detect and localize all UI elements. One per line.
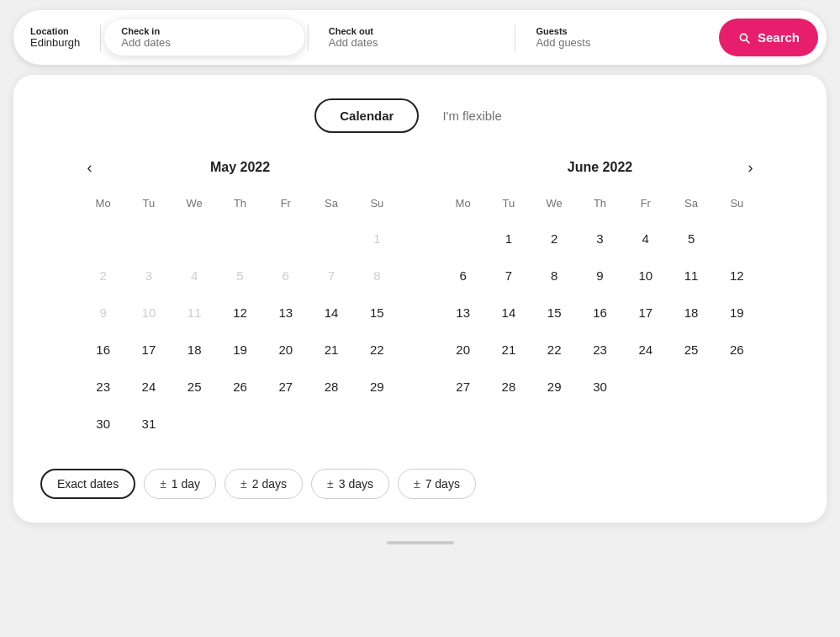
table-row[interactable]: 11	[668, 257, 714, 294]
guests-label: Guests	[536, 26, 702, 36]
table-row	[309, 220, 354, 257]
date-filters: Exact dates ± 1 day ± 2 days ± 3 days ± …	[40, 469, 800, 499]
table-row[interactable]: 27	[441, 368, 486, 405]
table-row[interactable]: 2	[531, 220, 577, 257]
checkout-placeholder: Add dates	[329, 36, 495, 49]
table-row[interactable]: 10	[623, 257, 668, 294]
table-row[interactable]: 25	[172, 368, 217, 405]
june-grid: Mo Tu We Th Fr Sa Su 1234567891011121314…	[441, 192, 760, 405]
table-row[interactable]: 19	[217, 331, 262, 368]
table-row[interactable]: 21	[309, 331, 354, 368]
table-row[interactable]: 27	[263, 368, 309, 405]
table-row[interactable]: 22	[354, 331, 399, 368]
filter-2days-prefix: ±	[240, 477, 247, 491]
table-row[interactable]: 31	[126, 405, 172, 442]
table-row[interactable]: 24	[623, 331, 668, 368]
table-row[interactable]: 30	[577, 368, 622, 405]
table-row[interactable]: 1	[486, 220, 531, 257]
table-row[interactable]: 26	[217, 368, 262, 405]
table-row[interactable]: 13	[441, 294, 486, 331]
table-row[interactable]: 28	[309, 368, 354, 405]
table-row[interactable]: 14	[309, 294, 354, 331]
table-row[interactable]: 29	[531, 368, 577, 405]
table-row	[354, 405, 399, 442]
table-row[interactable]: 17	[126, 331, 172, 368]
filter-exact[interactable]: Exact dates	[40, 469, 135, 499]
table-row[interactable]: 8	[531, 257, 577, 294]
day-header-tu: Tu	[126, 192, 172, 220]
guests-section[interactable]: Guests Add guests	[519, 19, 719, 56]
day-header-fr: Fr	[623, 192, 668, 220]
filter-2days-label: 2 days	[252, 477, 287, 491]
filter-1day[interactable]: ± 1 day	[144, 469, 216, 499]
table-row	[81, 220, 126, 257]
may-title: May 2022	[210, 160, 270, 175]
table-row[interactable]: 18	[668, 294, 714, 331]
dual-calendar: ‹ May 2022 Mo Tu We Th Fr Sa Su 12345	[40, 160, 800, 442]
table-row[interactable]: 29	[354, 368, 399, 405]
table-row	[217, 220, 262, 257]
filter-7days[interactable]: ± 7 days	[398, 469, 476, 499]
table-row	[263, 405, 309, 442]
table-row[interactable]: 20	[441, 331, 486, 368]
table-row[interactable]: 21	[486, 331, 531, 368]
table-row[interactable]: 15	[354, 294, 399, 331]
filter-1day-prefix: ±	[160, 477, 166, 491]
table-row[interactable]: 23	[81, 368, 126, 405]
filter-2days[interactable]: ± 2 days	[225, 469, 303, 499]
location-section[interactable]: Location Edinburgh	[30, 21, 97, 54]
search-button[interactable]: Search	[719, 19, 818, 56]
location-value: Edinburgh	[30, 36, 80, 49]
prev-month-button[interactable]: ‹	[81, 156, 99, 180]
table-row[interactable]: 16	[81, 331, 126, 368]
june-title: June 2022	[568, 160, 632, 175]
checkout-section[interactable]: Check out Add dates	[312, 19, 512, 56]
table-row[interactable]: 25	[668, 331, 714, 368]
table-row: 4	[172, 257, 217, 294]
next-month-button[interactable]: ›	[742, 156, 760, 180]
table-row: 1	[354, 220, 399, 257]
table-row[interactable]: 22	[531, 331, 577, 368]
bottom-peek	[0, 536, 840, 561]
table-row[interactable]: 12	[714, 257, 759, 294]
filter-1day-label: 1 day	[172, 477, 200, 491]
table-row[interactable]: 7	[486, 257, 531, 294]
calendar-panel: Calendar I'm flexible ‹ May 2022 Mo Tu W…	[13, 75, 827, 523]
table-row[interactable]: 9	[577, 257, 622, 294]
tab-calendar[interactable]: Calendar	[314, 98, 419, 133]
day-header-mo: Mo	[81, 192, 126, 220]
table-row[interactable]: 30	[81, 405, 126, 442]
view-tabs: Calendar I'm flexible	[40, 98, 800, 133]
table-row[interactable]: 14	[486, 294, 531, 331]
filter-3days[interactable]: ± 3 days	[311, 469, 389, 499]
table-row[interactable]: 12	[217, 294, 262, 331]
table-row	[623, 368, 668, 405]
divider-2	[308, 24, 309, 51]
table-row[interactable]: 18	[172, 331, 217, 368]
table-row[interactable]: 13	[263, 294, 309, 331]
divider-1	[100, 24, 101, 51]
table-row[interactable]: 15	[531, 294, 577, 331]
table-row[interactable]: 26	[714, 331, 759, 368]
filter-7days-prefix: ±	[414, 477, 420, 491]
checkin-section[interactable]: Check in Add dates	[104, 19, 304, 56]
table-row[interactable]: 19	[714, 294, 759, 331]
filter-3days-label: 3 days	[339, 477, 373, 491]
table-row[interactable]: 23	[577, 331, 622, 368]
table-row: 8	[354, 257, 399, 294]
tab-flexible[interactable]: I'm flexible	[419, 98, 525, 133]
table-row[interactable]: 5	[668, 220, 714, 257]
table-row[interactable]: 6	[441, 257, 486, 294]
table-row[interactable]: 16	[577, 294, 622, 331]
day-header-we: We	[172, 192, 217, 220]
table-row[interactable]: 20	[263, 331, 309, 368]
day-header-th: Th	[577, 192, 622, 220]
filter-exact-label: Exact dates	[57, 477, 119, 491]
table-row[interactable]: 3	[577, 220, 622, 257]
table-row[interactable]: 28	[486, 368, 531, 405]
table-row[interactable]: 24	[126, 368, 172, 405]
filter-3days-prefix: ±	[327, 477, 334, 491]
table-row[interactable]: 4	[623, 220, 668, 257]
table-row[interactable]: 17	[623, 294, 668, 331]
table-row: 6	[263, 257, 309, 294]
